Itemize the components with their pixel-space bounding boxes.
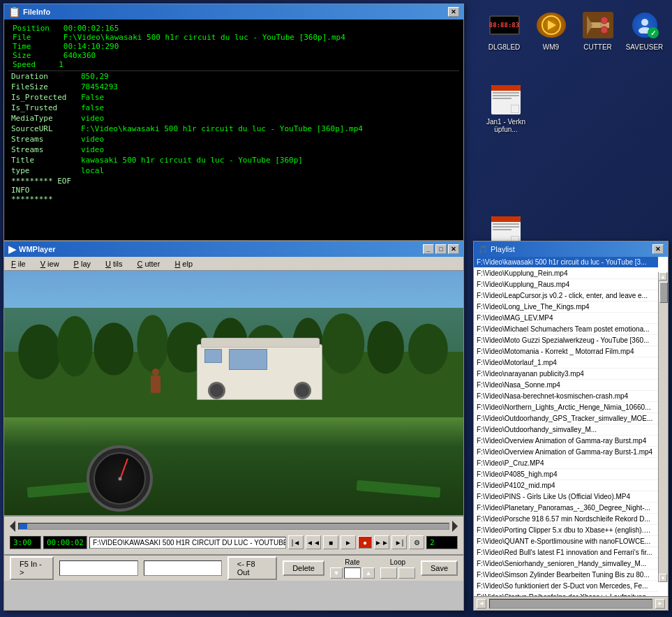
playlist-item[interactable]: F:\Video\Northern_Lights_Arctic_Henge_Ni…	[474, 402, 658, 413]
time-total-display: 3:00	[10, 536, 41, 549]
stop-button[interactable]: ■	[323, 535, 338, 549]
fileinfo-table: Duration850,29FileSize78454293Is_Protect…	[8, 71, 459, 205]
svg-point-18	[322, 313, 365, 373]
wmplayer-close-button[interactable]: ✕	[448, 244, 459, 254]
playlist-item[interactable]: F:\Video\narayanan publicity3.mp4	[474, 369, 658, 380]
f5-in-button[interactable]: F5 In ->	[10, 556, 54, 580]
fileinfo-value: false	[78, 103, 459, 113]
prev-button[interactable]: ◄◄	[306, 535, 321, 549]
playlist-scroll-down-button[interactable]: ▼	[659, 574, 667, 582]
wmplayer-window: ▶ WMPlayer _ □ ✕ File View Play Utils Cu…	[3, 241, 464, 611]
playlist-item[interactable]: F:\Video\Long_Live_The_Kings.mp4	[474, 302, 658, 313]
playlist-close-button[interactable]: ✕	[652, 244, 664, 254]
playlist-hscroll-right-button[interactable]: ►	[655, 599, 665, 609]
playlist-item[interactable]: F:\Video\Nasa-berechnet-kosmischen-crash…	[474, 391, 658, 402]
fileinfo-icon: 📋	[8, 6, 20, 17]
playlist-item[interactable]: F:\Video\Michael Schumachers Team postet…	[474, 324, 658, 335]
playlist-item[interactable]: F:\Video\Simson Zylinder Bearbeiten Tuni…	[474, 570, 658, 581]
playlist-item[interactable]: F:\Video\Kupplung_Raus.mp4	[474, 279, 658, 290]
video-dashboard	[4, 417, 463, 515]
fileinfo-close-button[interactable]: ✕	[448, 7, 459, 17]
playlist-hscrollbar[interactable]	[489, 599, 652, 609]
size-label: Size	[13, 51, 31, 60]
playlist-item[interactable]: F:\Video\Moto Guzzi Spezialwerkzeug - Yo…	[474, 335, 658, 346]
playlist-item[interactable]: F:\Video\Nasa_Sonne.mp4	[474, 380, 658, 391]
menu-utils[interactable]: Utils	[101, 259, 124, 269]
fileinfo-table-container[interactable]: Duration850,29FileSize78454293Is_Protect…	[8, 71, 459, 223]
skip-back-button[interactable]: |◄	[288, 535, 304, 549]
playlist-content[interactable]: F:\Video\kawasaki 500 h1r circuit du luc…	[474, 257, 668, 596]
playlist-item[interactable]: F:\Video\Porting Clipper 5.x dbu to Xbas…	[474, 525, 658, 536]
in-point-input[interactable]	[59, 560, 137, 576]
playlist-hscroll-left-button[interactable]: ◄	[477, 599, 486, 609]
play-button[interactable]: ►	[341, 535, 356, 549]
player-controls-area: 3:00 00:00:02 F:\VIDEO\KAWASAKI 500 H1R …	[4, 515, 463, 554]
wmplayer-maximize-button[interactable]: □	[435, 244, 447, 254]
menu-view[interactable]: View	[36, 259, 61, 269]
f8-out-button[interactable]: <- F8 Out	[227, 556, 277, 580]
seek-back-arrow[interactable]	[10, 521, 15, 532]
desktop-icon-cutter[interactable]: CUTTER	[576, 6, 620, 54]
playlist-item[interactable]: F:\Video\P_Cruz.MP4	[474, 458, 658, 469]
wm9-icon	[535, 8, 568, 42]
menu-help[interactable]: Help	[170, 259, 195, 269]
playlist-item[interactable]: F:\Video\Kupplung_Rein.mp4	[474, 268, 658, 279]
playlist-item[interactable]: F:\Video\MAG_LEV.MP4	[474, 313, 658, 324]
playlist-item[interactable]: F:\Video\Motomania - Korrekt _ Motorrad …	[474, 346, 658, 357]
fileinfo-value: False	[78, 92, 459, 103]
rate-up-button[interactable]: ▲	[362, 567, 375, 579]
playlist-item[interactable]: F:\Video\Porsche 918 6.57 min Nordschlei…	[474, 514, 658, 525]
playlist-item[interactable]: F:\Video\P4085_high.mp4	[474, 469, 658, 480]
menu-file[interactable]: File	[7, 259, 28, 269]
rate-down-button[interactable]: ▼	[330, 567, 343, 579]
video-scene	[4, 271, 463, 515]
playlist-item[interactable]: F:\Video\P4102_mid.mp4	[474, 480, 658, 491]
playlist-item[interactable]: F:\Video\PINS - Girls Like Us (Official …	[474, 491, 658, 503]
fileinfo-row: typelocal	[8, 165, 459, 176]
playlist-item[interactable]: F:\Video\Red Bull's latest F1 innovation…	[474, 547, 658, 558]
playlist-item[interactable]: F:\Video\Overview Animation of Gamma-ray…	[474, 436, 658, 447]
desktop-icon-wm9[interactable]: WM9	[529, 6, 573, 54]
settings-button[interactable]: ⚙	[409, 535, 424, 549]
delete-button[interactable]: Delete	[283, 560, 324, 576]
skip-fwd-button[interactable]: ►|	[391, 535, 407, 549]
playlist-item[interactable]: F:\Video\kawasaki 500 h1r circuit du luc…	[474, 257, 658, 268]
playlist-item[interactable]: F:\Video\Outdoorhandy_simvalley_M...	[474, 424, 658, 436]
fileinfo-content: Position 00:00:02:165 File F:\Video\kawa…	[4, 20, 463, 240]
playlist-item[interactable]: F:\Video\Planetary_Panoramas_-_360_Degre…	[474, 503, 658, 514]
playlist-scroll-up-button[interactable]: ▲	[659, 272, 667, 281]
loop-btn-2[interactable]	[398, 567, 415, 579]
fileinfo-value: video	[78, 134, 459, 144]
playlist-item[interactable]: F:\Video\Overview Animation of Gamma-ray…	[474, 447, 658, 458]
playlist-item[interactable]: F:\Video\Seniorhandy_senioren_Handy_simv…	[474, 558, 658, 570]
playlist-item[interactable]: F:\Video\Motorlauf_1.mp4	[474, 357, 658, 369]
save-button[interactable]: Save	[421, 560, 458, 576]
playlist-item[interactable]: F:\Video\LeapCursor.js v0.2 - click, ent…	[474, 290, 658, 302]
fileinfo-titlebar[interactable]: 📋 FileInfo ✕	[4, 4, 463, 20]
jan1-label: Jan1 - Verknüpfun...	[485, 118, 527, 133]
seekbar[interactable]	[18, 523, 449, 530]
playlist-scrollbar-thumb[interactable]	[659, 282, 668, 303]
seek-fwd-arrow[interactable]	[452, 521, 458, 532]
desktop-icon-saveuser[interactable]: ✓ SAVEUSER	[622, 6, 666, 54]
playlist-titlebar[interactable]: 🎵 Playlist ✕	[474, 241, 668, 257]
fileinfo-window: 📋 FileInfo ✕ Position 00:00:02:165 File …	[3, 3, 464, 241]
speedometer	[87, 445, 153, 512]
record-button[interactable]: ●	[358, 536, 372, 549]
loop-btn-1[interactable]	[380, 567, 397, 579]
playlist-item[interactable]: F:\Video\Outdoorhandy_GPS_Tracker_simval…	[474, 413, 658, 424]
desktop-icons-row-2: Jan1 - Verknüpfun...	[477, 59, 672, 142]
wmplayer-minimize-button[interactable]: _	[423, 244, 434, 254]
playlist-scrollbar[interactable]: ▲ ▼	[658, 272, 668, 582]
next-button[interactable]: ►►	[374, 535, 389, 549]
menu-cutter[interactable]: Cutter	[133, 259, 162, 269]
playlist-item[interactable]: F:\Video\So funktioniert der S-Duct von …	[474, 581, 658, 592]
menu-play[interactable]: Play	[70, 259, 93, 269]
fileinfo-key: Title	[8, 155, 78, 165]
desktop-icon-dlg8led[interactable]: 88:88:83 DLG8LED	[482, 6, 526, 54]
desktop-icon-jan1[interactable]: Jan1 - Verknüpfun...	[482, 80, 530, 136]
fileinfo-value: local	[78, 165, 459, 176]
wmplayer-titlebar[interactable]: ▶ WMPlayer _ □ ✕	[4, 241, 463, 257]
out-point-input[interactable]	[144, 560, 222, 576]
playlist-item[interactable]: F:\Video\QUANT e-Sportlimousine with nan…	[474, 536, 658, 547]
